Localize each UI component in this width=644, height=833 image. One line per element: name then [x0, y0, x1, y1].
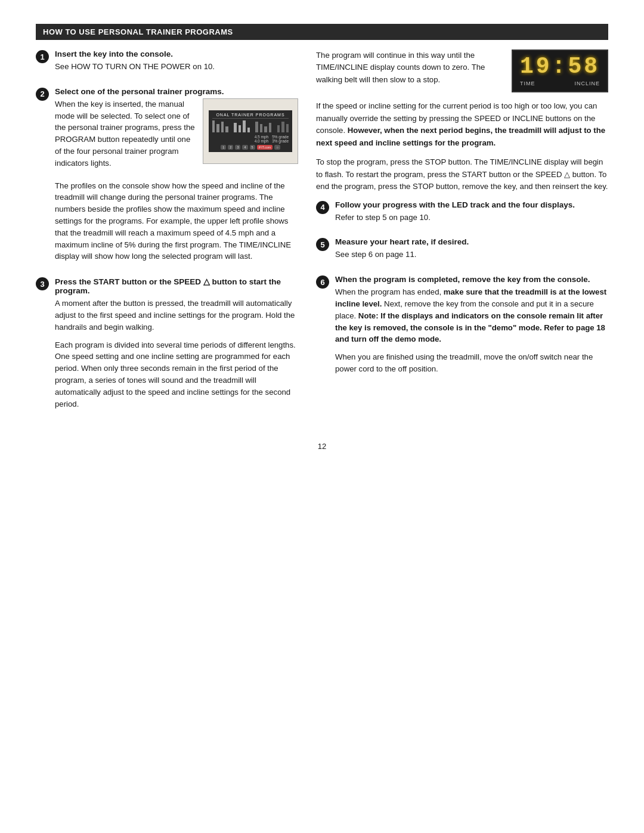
step-4-content: Follow your progress with the LED track … — [335, 200, 608, 230]
step-4: 4 Follow your progress with the LED trac… — [316, 200, 608, 230]
step-3-body1: A moment after the button is pressed, th… — [55, 298, 298, 333]
right-intro-p2: If the speed or incline setting for the … — [316, 100, 608, 149]
console-title-label: ONAL TRAINER PROGRAMS — [212, 113, 289, 119]
step-5-number: 5 — [316, 237, 329, 267]
display-and-intro: The program will continue in this way un… — [316, 49, 608, 93]
grade1-label: 5% grade — [272, 135, 289, 139]
brand-button: iFIT.com — [257, 145, 273, 150]
step-5-content: Measure your heart rate, if desired. See… — [335, 237, 608, 267]
step-4-number: 4 — [316, 200, 329, 230]
led-time-label: TIME — [520, 80, 535, 86]
page-number: 12 — [36, 442, 608, 451]
step-3-title: Press the START button or the SPEED △ bu… — [55, 277, 298, 295]
step-3-body2: Each program is divided into several tim… — [55, 339, 298, 410]
step-1-number: 1 — [36, 49, 49, 79]
step-5-title: Measure your heart rate, if desired. — [335, 237, 608, 246]
right-intro-p3: To stop the program, press the STOP butt… — [316, 156, 608, 193]
page-header: HOW TO USE PERSONAL TRAINER PROGRAMS — [36, 24, 608, 40]
step-6-body2: When you are finished using the treadmil… — [335, 351, 608, 375]
step-4-title: Follow your progress with the LED track … — [335, 200, 608, 209]
step-3: 3 Press the START button or the SPEED △ … — [36, 277, 298, 416]
right-intro-p1: The program will continue in this way un… — [316, 49, 496, 86]
step-1: 1 Insert the key into the console. See H… — [36, 49, 298, 79]
grade2-label: 3% grade — [272, 139, 289, 143]
led-display: 19:58 TIME INCLINE — [512, 49, 608, 92]
step-1-title: Insert the key into the console. — [55, 49, 298, 58]
step-2: 2 Select one of the personal trainer pro… — [36, 87, 298, 268]
step-5: 5 Measure your heart rate, if desired. S… — [316, 237, 608, 267]
led-digits: 19:58 — [520, 55, 600, 78]
step-2-content: Select one of the personal trainer progr… — [55, 87, 298, 268]
console-image: ONAL TRAINER PROGRAMS — [203, 98, 298, 164]
step-6-title: When the program is completed, remove th… — [335, 275, 608, 284]
step-2-inner: When the key is inserted, the manual mod… — [55, 98, 298, 175]
step-1-body: See HOW TO TURN ON THE POWER on 10. — [55, 61, 298, 73]
step-2-body-before: When the key is inserted, the manual mod… — [55, 98, 196, 169]
step-1-content: Insert the key into the console. See HOW… — [55, 49, 298, 79]
step-3-content: Press the START button or the SPEED △ bu… — [55, 277, 298, 416]
step-2-title: Select one of the personal trainer progr… — [55, 87, 298, 96]
step-6-number: 6 — [316, 275, 329, 381]
step-3-number: 3 — [36, 277, 49, 416]
left-column: 1 Insert the key into the console. See H… — [36, 49, 298, 424]
led-incline-label: INCLINE — [574, 80, 600, 86]
right-column: The program will continue in this way un… — [316, 49, 608, 424]
led-labels: TIME INCLINE — [520, 80, 600, 86]
step-6-content: When the program is completed, remove th… — [335, 275, 608, 381]
step-2-number: 2 — [36, 87, 49, 268]
console-profiles — [212, 120, 289, 132]
speed1-label: 4.5 mph — [255, 135, 269, 139]
step-6-body: When the program has ended, make sure th… — [335, 286, 608, 345]
step-6: 6 When the program is completed, remove … — [316, 275, 608, 381]
step-2-body-after: The profiles on the console show how the… — [55, 180, 298, 263]
step-5-body: See step 6 on page 11. — [335, 249, 608, 261]
step-4-body: Refer to step 5 on page 10. — [335, 212, 608, 224]
speed2-label: 4.0 mph — [255, 139, 269, 143]
